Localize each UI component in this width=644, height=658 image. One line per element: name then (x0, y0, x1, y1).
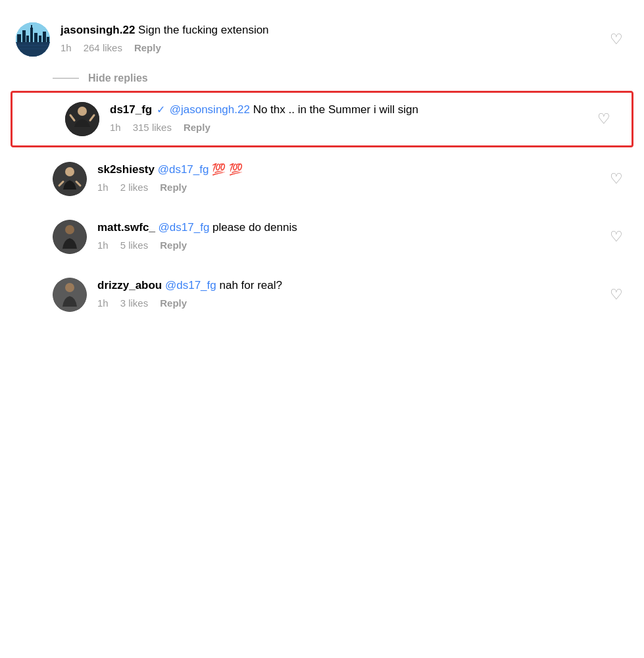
comment-content-text: nah for real? (219, 279, 282, 291)
comment-meta: 1h 5 likes Reply (97, 240, 605, 251)
svg-point-16 (78, 107, 87, 116)
comment-time: 1h (110, 122, 121, 133)
comment-text: ds17_fg ✓ @jasonsingh.22 No thx .. in th… (110, 102, 592, 118)
svg-rect-5 (26, 36, 29, 42)
hide-replies-line (53, 78, 79, 79)
like-button[interactable]: ♡ (605, 30, 628, 49)
comment-likes: 264 likes (84, 42, 122, 53)
emoji-100-2: 💯 (229, 163, 243, 176)
comment-username[interactable]: matt.swfc_ (97, 221, 155, 234)
svg-point-20 (65, 167, 74, 176)
hide-replies-button[interactable]: Hide replies (88, 72, 148, 84)
comment-mention[interactable]: @jasonsingh.22 (170, 103, 250, 116)
comment-username[interactable]: drizzy_abou (97, 279, 162, 291)
comment-mention[interactable]: @ds17_fg (158, 163, 209, 176)
svg-rect-6 (30, 28, 33, 42)
comment-item: sk2shiesty @ds17_fg 💯 💯 1h 2 likes Reply… (0, 153, 644, 205)
comment-text: matt.swfc_ @ds17_fg please do dennis (97, 220, 605, 236)
comment-likes: 315 likes (133, 122, 172, 133)
comment-likes: 2 likes (120, 182, 149, 193)
svg-rect-7 (31, 25, 32, 29)
comment-body: jasonsingh.22 Sign the fucking extension… (61, 22, 605, 53)
like-button[interactable]: ♡ (605, 285, 628, 305)
comment-text: drizzy_abou @ds17_fg nah for real? (97, 278, 605, 293)
comment-time: 1h (97, 240, 109, 251)
hide-replies-row: Hide replies (0, 66, 644, 91)
avatar (65, 102, 99, 136)
svg-rect-4 (22, 30, 26, 42)
svg-rect-9 (39, 36, 41, 42)
reply-button[interactable]: Reply (160, 240, 187, 251)
svg-rect-8 (34, 33, 37, 42)
comment-item: matt.swfc_ @ds17_fg please do dennis 1h … (0, 211, 644, 263)
comment-likes: 3 likes (120, 297, 149, 309)
comment-mention[interactable]: @ds17_fg (165, 279, 216, 291)
avatar (53, 278, 87, 312)
comment-time: 1h (97, 297, 109, 309)
svg-rect-12 (16, 42, 50, 57)
comment-username[interactable]: ds17_fg (110, 103, 152, 116)
reply-button[interactable]: Reply (160, 182, 187, 193)
svg-point-25 (53, 278, 87, 312)
svg-point-26 (65, 283, 74, 292)
avatar (53, 162, 87, 196)
comment-meta: 1h 264 likes Reply (61, 42, 605, 53)
svg-point-19 (53, 162, 87, 196)
comment-content-text: please do dennis (212, 221, 297, 234)
comment-time: 1h (97, 182, 109, 193)
emoji-100: 💯 (212, 163, 226, 176)
comment-body: drizzy_abou @ds17_fg nah for real? 1h 3 … (97, 278, 605, 309)
comment-content-text: Sign the fucking extension (138, 24, 268, 36)
svg-rect-3 (17, 34, 21, 43)
comment-username[interactable]: jasonsingh.22 (61, 24, 135, 36)
reply-button[interactable]: Reply (160, 297, 187, 309)
svg-rect-10 (43, 32, 46, 42)
like-button[interactable]: ♡ (592, 109, 616, 129)
verified-icon: ✓ (157, 103, 165, 117)
comment-likes: 5 likes (120, 240, 149, 251)
like-button[interactable]: ♡ (605, 227, 628, 247)
comment-meta: 1h 2 likes Reply (97, 182, 605, 193)
reply-button[interactable]: Reply (184, 122, 211, 133)
comment-body: ds17_fg ✓ @jasonsingh.22 No thx .. in th… (110, 102, 592, 133)
svg-rect-11 (47, 37, 49, 42)
comment-item: drizzy_abou @ds17_fg nah for real? 1h 3 … (0, 268, 644, 321)
comment-item: jasonsingh.22 Sign the fucking extension… (0, 13, 644, 66)
comments-container: jasonsingh.22 Sign the fucking extension… (0, 0, 644, 334)
svg-point-24 (65, 225, 74, 234)
comment-body: sk2shiesty @ds17_fg 💯 💯 1h 2 likes Reply (97, 162, 605, 193)
avatar (16, 22, 50, 57)
avatar (53, 220, 87, 254)
reply-button[interactable]: Reply (134, 42, 161, 53)
comment-body: matt.swfc_ @ds17_fg please do dennis 1h … (97, 220, 605, 251)
like-button[interactable]: ♡ (605, 169, 628, 189)
comment-username[interactable]: sk2shiesty (97, 163, 155, 176)
comment-mention[interactable]: @ds17_fg (159, 221, 210, 234)
comment-time: 1h (61, 42, 72, 53)
comment-content-text2: No thx .. in the Summer i will sign (253, 103, 418, 116)
comment-text: sk2shiesty @ds17_fg 💯 💯 (97, 162, 605, 178)
svg-point-23 (53, 220, 87, 254)
comment-text: jasonsingh.22 Sign the fucking extension (61, 22, 605, 38)
comment-meta: 1h 3 likes Reply (97, 297, 605, 309)
comment-meta: 1h 315 likes Reply (110, 122, 592, 133)
highlighted-comment-item: ds17_fg ✓ @jasonsingh.22 No thx .. in th… (11, 91, 633, 147)
